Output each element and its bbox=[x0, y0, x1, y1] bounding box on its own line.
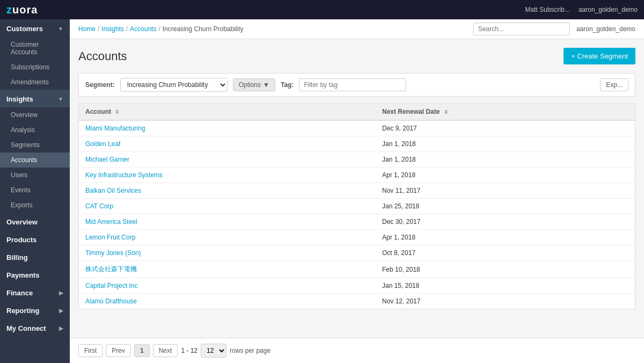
sidebar-section-payments-label: Payments bbox=[6, 271, 39, 279]
top-bar-right: Matt Subscrib... aaron_golden_demo bbox=[525, 6, 638, 13]
sidebar-section-customers-label: Customers bbox=[6, 25, 43, 33]
sidebar-item-segments[interactable]: Segments bbox=[0, 137, 70, 153]
top-bar-user: Matt Subscrib... bbox=[525, 6, 570, 13]
sidebar-section-products[interactable]: Products bbox=[0, 230, 70, 248]
filter-bar: Segment: Increasing Churn Probability Op… bbox=[78, 73, 635, 97]
sidebar-item-accounts[interactable]: Accounts bbox=[0, 153, 70, 168]
renewal-date-cell: Jan 25, 2018 bbox=[376, 199, 635, 214]
page-title: Accounts bbox=[78, 49, 127, 63]
sidebar-section-reporting[interactable]: Reporting ▶ bbox=[0, 301, 70, 319]
accounts-table: Account ⇕ Next Renewal Date ⇕ Miami Manu… bbox=[78, 103, 635, 309]
chevron-down-icon: ▼ bbox=[58, 96, 63, 102]
search-input[interactable] bbox=[473, 23, 570, 35]
account-link[interactable]: Capital Project Inc bbox=[85, 282, 137, 289]
sidebar-item-overview[interactable]: Overview bbox=[0, 107, 70, 122]
sidebar-section-customers[interactable]: Customers ▼ bbox=[0, 19, 70, 37]
sidebar-section-finance-label: Finance bbox=[6, 289, 33, 297]
table-row: Timmy Jones (Son) Oct 8, 2017 bbox=[79, 245, 635, 261]
column-account[interactable]: Account ⇕ bbox=[79, 104, 376, 121]
account-link[interactable]: Mid America Steel bbox=[85, 218, 137, 226]
sidebar-section-payments[interactable]: Payments bbox=[0, 266, 70, 284]
sidebar-section-myconnect-label: My Connect bbox=[6, 324, 46, 332]
sidebar-item-subscriptions[interactable]: Subscriptions bbox=[0, 60, 70, 75]
first-page-button[interactable]: First bbox=[78, 344, 103, 357]
account-link[interactable]: CAT Corp bbox=[85, 202, 113, 210]
breadcrumb-area: Home / Insights / Accounts / Increasing … bbox=[70, 19, 644, 39]
table-row: Balkan Oil Services Nov 11, 2017 bbox=[79, 183, 635, 199]
chevron-right-icon: ▶ bbox=[59, 308, 63, 314]
sidebar-item-users[interactable]: Users bbox=[0, 168, 70, 183]
renewal-date-cell: Oct 8, 2017 bbox=[376, 245, 635, 261]
account-link[interactable]: Lemon Fruit Corp bbox=[85, 234, 135, 241]
sidebar-section-billing[interactable]: Billing bbox=[0, 248, 70, 266]
renewal-date-cell: Jan 15, 2018 bbox=[376, 278, 635, 294]
breadcrumb-home[interactable]: Home bbox=[78, 25, 96, 33]
main-layout: Customers ▼ Customer Accounts Subscripti… bbox=[0, 19, 644, 363]
breadcrumb-insights[interactable]: Insights bbox=[101, 25, 123, 33]
sidebar-item-exports[interactable]: Exports bbox=[0, 198, 70, 213]
sidebar-section-insights[interactable]: Insights ▼ bbox=[0, 90, 70, 107]
account-link[interactable]: Key Infrastructure Systems bbox=[85, 171, 163, 179]
sidebar-section-myconnect[interactable]: My Connect ▶ bbox=[0, 319, 70, 337]
renewal-date-cell: Apr 1, 2018 bbox=[376, 168, 635, 183]
chevron-down-icon: ▼ bbox=[263, 81, 269, 89]
rows-per-page-label: rows per page bbox=[230, 347, 270, 354]
sidebar-section-insights-label: Insights bbox=[6, 95, 33, 103]
account-link[interactable]: Golden Leaf bbox=[85, 140, 120, 148]
content-area: Accounts + Create Segment Segment: Incre… bbox=[70, 39, 644, 338]
table-row: 株式会社森下電機 Feb 10, 2018 bbox=[79, 261, 635, 278]
chevron-right-icon: ▶ bbox=[59, 325, 63, 331]
logo: zuora bbox=[6, 4, 38, 16]
segment-select[interactable]: Increasing Churn Probability bbox=[120, 78, 228, 92]
sidebar: Customers ▼ Customer Accounts Subscripti… bbox=[0, 19, 70, 363]
sidebar-section-reporting-label: Reporting bbox=[6, 307, 39, 315]
sidebar-section-billing-label: Billing bbox=[6, 253, 28, 262]
sidebar-section-finance[interactable]: Finance ▶ bbox=[0, 284, 70, 301]
export-button[interactable]: Exp... bbox=[600, 78, 628, 91]
sidebar-item-analysis[interactable]: Analysis bbox=[0, 122, 70, 137]
renewal-date-cell: Apr 1, 2018 bbox=[376, 230, 635, 245]
sidebar-item-amendments[interactable]: Amendments bbox=[0, 75, 70, 90]
table-row: CAT Corp Jan 25, 2018 bbox=[79, 199, 635, 214]
sidebar-section-overview2[interactable]: Overview bbox=[0, 213, 70, 230]
prev-page-button[interactable]: Prev bbox=[106, 344, 131, 357]
table-row: Mid America Steel Dec 30, 2017 bbox=[79, 214, 635, 230]
table-row: Miami Manufacturing Dec 9, 2017 bbox=[79, 120, 635, 136]
current-page-button[interactable]: 1 bbox=[134, 344, 150, 357]
next-page-button[interactable]: Next bbox=[153, 344, 178, 357]
sidebar-section-products-label: Products bbox=[6, 236, 36, 244]
breadcrumb-sep: / bbox=[98, 25, 99, 33]
account-link[interactable]: Alamo Drafthouse bbox=[85, 297, 137, 305]
renewal-date-cell: Jan 1, 2018 bbox=[376, 152, 635, 168]
sidebar-item-events[interactable]: Events bbox=[0, 183, 70, 198]
page-range: 1 - 12 bbox=[181, 347, 197, 354]
renewal-date-cell: Dec 9, 2017 bbox=[376, 120, 635, 136]
sort-icon: ⇕ bbox=[115, 109, 119, 115]
chevron-down-icon: ▼ bbox=[58, 26, 63, 32]
column-renewal-date[interactable]: Next Renewal Date ⇕ bbox=[376, 104, 635, 121]
account-link[interactable]: Timmy Jones (Son) bbox=[85, 249, 141, 257]
table-row: Michael Garner Jan 1, 2018 bbox=[79, 152, 635, 168]
breadcrumb-accounts[interactable]: Accounts bbox=[130, 25, 156, 33]
create-segment-button[interactable]: + Create Segment bbox=[564, 48, 635, 64]
rows-per-page-select[interactable]: 12 25 50 bbox=[201, 344, 226, 358]
top-bar: zuora Matt Subscrib... aaron_golden_demo bbox=[0, 0, 644, 19]
table-row: Alamo Drafthouse Nov 12, 2017 bbox=[79, 294, 635, 309]
table-row: Lemon Fruit Corp Apr 1, 2018 bbox=[79, 230, 635, 245]
breadcrumb: Home / Insights / Accounts / Increasing … bbox=[78, 25, 244, 33]
top-bar-user-detail: aaron_golden_demo bbox=[579, 6, 638, 13]
account-link[interactable]: Michael Garner bbox=[85, 156, 129, 163]
breadcrumb-sep: / bbox=[126, 25, 128, 33]
table-row: Key Infrastructure Systems Apr 1, 2018 bbox=[79, 168, 635, 183]
account-link[interactable]: 株式会社森下電機 bbox=[85, 265, 137, 273]
chevron-right-icon: ▶ bbox=[59, 290, 63, 296]
sidebar-item-customer-accounts[interactable]: Customer Accounts bbox=[0, 37, 70, 60]
table-row: Golden Leaf Jan 1, 2018 bbox=[79, 136, 635, 152]
sort-icon: ⇕ bbox=[444, 109, 448, 115]
tag-filter-label: Tag: bbox=[281, 81, 294, 89]
account-link[interactable]: Balkan Oil Services bbox=[85, 187, 141, 194]
account-link[interactable]: Miami Manufacturing bbox=[85, 125, 145, 132]
renewal-date-cell: Dec 30, 2017 bbox=[376, 214, 635, 230]
options-button[interactable]: Options ▼ bbox=[233, 78, 275, 91]
tag-input[interactable] bbox=[299, 78, 406, 91]
